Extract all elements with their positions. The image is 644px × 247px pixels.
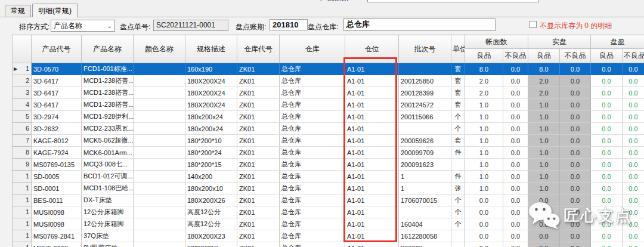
cell-warehouse-code[interactable]: ZK01	[237, 194, 280, 206]
col-header-color-name[interactable]: 颜色名称	[134, 35, 185, 63]
hide-zero-stock-checkbox[interactable]	[530, 21, 537, 28]
cell-actual-bad[interactable]: 0.0	[560, 75, 591, 87]
cell-batch-no[interactable]: 200115066	[399, 111, 451, 123]
cell-warehouse[interactable]: 总仓库	[280, 135, 345, 147]
cell-book-bad[interactable]: 0.0	[503, 99, 528, 111]
cell-bin[interactable]: A1-01	[345, 99, 399, 111]
row-header[interactable]: 2	[13, 75, 32, 87]
cell-product-code[interactable]: MUSI0098	[32, 206, 82, 218]
cell-color-name[interactable]	[134, 123, 185, 135]
sort-mode-select[interactable]: 产品名称 ⌄	[51, 20, 115, 32]
cell-warehouse[interactable]: 总仓库	[280, 147, 345, 159]
cell-warehouse-code[interactable]: ZK01	[237, 111, 280, 123]
cell-product-code[interactable]: 3D-6417	[32, 99, 82, 111]
cell-actual-bad[interactable]: 0.0	[560, 135, 591, 147]
cell-product-name[interactable]: 12公分床箱脚	[82, 206, 134, 218]
cell-actual-good[interactable]: 1.0	[528, 183, 560, 194]
cell-actual-bad[interactable]: 0.0	[560, 147, 591, 159]
cell-color-name[interactable]	[134, 135, 185, 147]
cell-book-good[interactable]: 1.0	[465, 123, 503, 135]
col-header-bin[interactable]: 仓位	[345, 35, 399, 63]
cell-unit[interactable]: 个	[451, 111, 465, 123]
cell-product-name[interactable]: MCD1-108巴哈...	[82, 183, 134, 194]
cell-batch-no[interactable]: 200099709	[399, 147, 451, 159]
cell-bin[interactable]: A1-01	[345, 147, 399, 159]
cell-actual-bad[interactable]: 0.0	[560, 63, 591, 75]
cell-product-name[interactable]: FCD1-001标准...	[82, 63, 134, 75]
row-header[interactable]: 4	[13, 99, 32, 111]
cell-warehouse[interactable]: 总仓库	[280, 194, 345, 206]
cell-product-name[interactable]: MCK5-062超微...	[82, 135, 134, 147]
cell-spec[interactable]: 180*200*10	[185, 135, 237, 147]
cell-spec[interactable]: 180x200x24	[185, 111, 237, 123]
cell-gain-bad[interactable]: 0.0	[623, 123, 644, 135]
cell-spec[interactable]: 180*200*24	[185, 147, 237, 159]
cell-actual-good[interactable]: 0.0	[528, 242, 560, 247]
cell-color-name[interactable]	[134, 147, 185, 159]
cell-book-bad[interactable]: 0.0	[503, 75, 528, 87]
tab-general[interactable]: 常规	[5, 5, 31, 17]
cell-book-bad[interactable]: 0.0	[503, 230, 528, 242]
cell-book-good[interactable]: 0.0	[465, 206, 503, 218]
cell-batch-no[interactable]: 200091623	[399, 159, 451, 171]
cell-actual-bad[interactable]: 0.0	[560, 111, 591, 123]
cell-batch-no[interactable]: 200059626	[399, 135, 451, 147]
cell-warehouse-code[interactable]: ZK01	[237, 242, 280, 247]
cell-gain-bad[interactable]: 0.0	[623, 242, 644, 247]
cell-book-bad[interactable]: 0.0	[503, 159, 528, 171]
cell-product-name[interactable]: DX-T床垫	[82, 194, 134, 206]
product-search-input[interactable]	[367, 0, 539, 2]
cell-book-good[interactable]: 1.0	[465, 99, 503, 111]
cell-actual-good[interactable]: 1.0	[528, 99, 560, 111]
cell-gain-good[interactable]: 0.0	[591, 147, 623, 159]
cell-gain-bad[interactable]: 0.0	[623, 230, 644, 242]
count-warehouse-field[interactable]: 总仓库	[343, 18, 496, 31]
cell-batch-no[interactable]: 160404	[399, 218, 451, 230]
row-header[interactable]: 8	[13, 147, 32, 159]
table-row[interactable]: 8KAGE-7924MCK6-001Arm...180*200*24ZK01总仓…	[13, 147, 644, 159]
cell-product-code[interactable]: KAGE-8012	[32, 135, 82, 147]
cell-gain-good[interactable]: 0.0	[591, 242, 623, 247]
table-row[interactable]: 33D-6417MCD1-238搭普...180X200X24ZK01总仓库A1…	[13, 87, 644, 99]
table-row[interactable]: 43D-6417MCD1-238搭普...180X200X24ZK01总仓库A1…	[13, 99, 644, 111]
cell-actual-good[interactable]: 0.0	[528, 230, 560, 242]
cell-spec[interactable]: 90*200*18	[185, 242, 237, 247]
cell-bin[interactable]: A1-01	[345, 183, 399, 194]
row-header[interactable]: 1	[13, 206, 32, 218]
cell-warehouse[interactable]: 总仓库	[280, 99, 345, 111]
cell-warehouse-code[interactable]: ZK01	[237, 147, 280, 159]
cell-product-code[interactable]: SD-0005	[32, 171, 82, 183]
cell-gain-good[interactable]: 0.0	[591, 123, 623, 135]
cell-spec[interactable]: 180x200x10	[185, 183, 237, 194]
col-header-warehouse-code[interactable]: 仓库代号	[237, 35, 280, 63]
cell-batch-no[interactable]: 200128399	[399, 87, 451, 99]
cell-product-name[interactable]: BCD1-012可调...	[82, 171, 134, 183]
col-header-product-code[interactable]: 产品代号	[32, 35, 82, 63]
cell-unit[interactable]	[451, 230, 465, 242]
cell-warehouse[interactable]: 总仓库	[280, 242, 345, 247]
cell-bin[interactable]: A1-01	[345, 75, 399, 87]
row-header[interactable]: 5	[13, 111, 32, 123]
table-row[interactable]: 23D-6417MCD1-238搭普...180X200X24ZK01总仓库A1…	[13, 75, 644, 87]
cell-bin[interactable]: A1-01	[345, 171, 399, 183]
cell-product-name[interactable]: MCD2-233恩瓦...	[82, 123, 134, 135]
cell-unit[interactable]	[451, 242, 465, 247]
cell-warehouse[interactable]: 总仓库	[280, 171, 345, 183]
cell-gain-bad[interactable]: 0.0	[623, 63, 644, 75]
cell-batch-no[interactable]	[399, 206, 451, 218]
cell-gain-bad[interactable]: 0.0	[623, 183, 644, 194]
cell-actual-good[interactable]: 1.0	[528, 123, 560, 135]
cell-warehouse[interactable]: 总仓库	[280, 159, 345, 171]
cell-actual-good[interactable]: 2.0	[528, 75, 560, 87]
tab-detail-general[interactable]: 明细(常规)	[32, 4, 78, 17]
cell-book-bad[interactable]: 0.0	[503, 111, 528, 123]
row-header[interactable]: 1	[13, 183, 32, 194]
cell-book-bad[interactable]: 0.0	[503, 194, 528, 206]
cell-warehouse-code[interactable]: ZK01	[237, 123, 280, 135]
row-header[interactable]: 7	[13, 135, 32, 147]
col-header-product-name[interactable]: 产品名称	[82, 35, 134, 63]
cell-product-name[interactable]: 8V乳胶床垫	[82, 242, 134, 247]
cell-warehouse-code[interactable]: ZK01	[237, 171, 280, 183]
cell-unit[interactable]: 个	[451, 194, 465, 206]
cell-book-good[interactable]: 1.0	[465, 171, 503, 183]
